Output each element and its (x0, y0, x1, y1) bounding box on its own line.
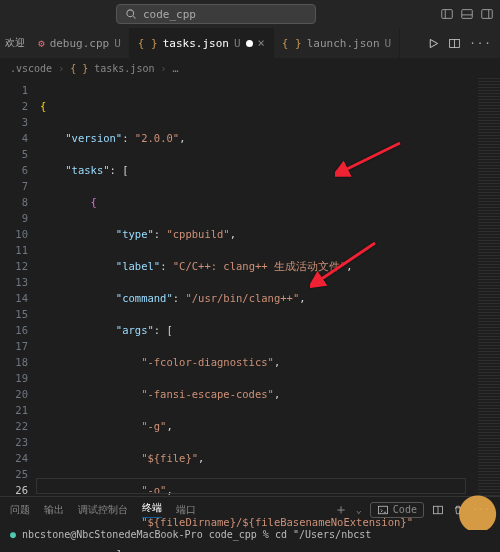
line-number-gutter: 1234567891011121314151617181920212223242… (0, 78, 36, 496)
cpp-file-icon: ⚙ (38, 37, 45, 50)
code-area[interactable]: { "version": "2.0.0", "tasks": [ { "type… (36, 78, 478, 496)
svg-rect-3 (482, 10, 493, 19)
chevron-right-icon: › (160, 63, 166, 74)
chevron-right-icon: › (58, 63, 64, 74)
panel-tab-problems[interactable]: 问题 (10, 503, 30, 517)
tab-modifier: U (234, 37, 241, 50)
minimap[interactable] (478, 78, 500, 496)
tab-modifier: U (385, 37, 392, 50)
tab-modifier: U (114, 37, 121, 50)
run-icon[interactable] (427, 37, 440, 50)
layout-bottom-icon[interactable] (460, 7, 474, 21)
search-icon (125, 8, 137, 20)
json-file-icon: { } (138, 37, 158, 50)
crumb-file[interactable]: tasks.json (94, 63, 154, 74)
json-file-icon: { } (70, 63, 88, 74)
crumb-more[interactable]: … (173, 63, 179, 74)
editor-actions: ··· (419, 28, 500, 58)
tab-label: launch.json (307, 37, 380, 50)
split-icon[interactable] (448, 37, 461, 50)
crumb-folder[interactable]: .vscode (10, 63, 52, 74)
more-icon[interactable]: ··· (469, 37, 492, 50)
svg-rect-1 (442, 10, 453, 19)
dirty-indicator-icon (246, 40, 253, 47)
tab-launch-json[interactable]: { } launch.json U (274, 28, 400, 58)
search-text: code_cpp (143, 8, 196, 21)
editor[interactable]: 1234567891011121314151617181920212223242… (0, 78, 500, 496)
tab-welcome[interactable]: 欢迎 (0, 28, 30, 58)
json-file-icon: { } (282, 37, 302, 50)
layout-left-icon[interactable] (440, 7, 454, 21)
layout-right-icon[interactable] (480, 7, 494, 21)
tab-bar: 欢迎 ⚙ debug.cpp U { } tasks.json U × { } … (0, 28, 500, 58)
svg-rect-2 (462, 10, 473, 19)
title-bar: code_cpp (0, 0, 500, 28)
svg-point-0 (127, 10, 134, 17)
breadcrumb[interactable]: .vscode › { } tasks.json › … (0, 58, 500, 78)
tab-label: tasks.json (163, 37, 229, 50)
tab-label: debug.cpp (50, 37, 110, 50)
tab-tasks-json[interactable]: { } tasks.json U × (130, 28, 274, 58)
layout-controls (440, 7, 494, 21)
command-center[interactable]: code_cpp (116, 4, 316, 24)
tab-debug-cpp[interactable]: ⚙ debug.cpp U (30, 28, 130, 58)
close-icon[interactable]: × (258, 36, 265, 50)
